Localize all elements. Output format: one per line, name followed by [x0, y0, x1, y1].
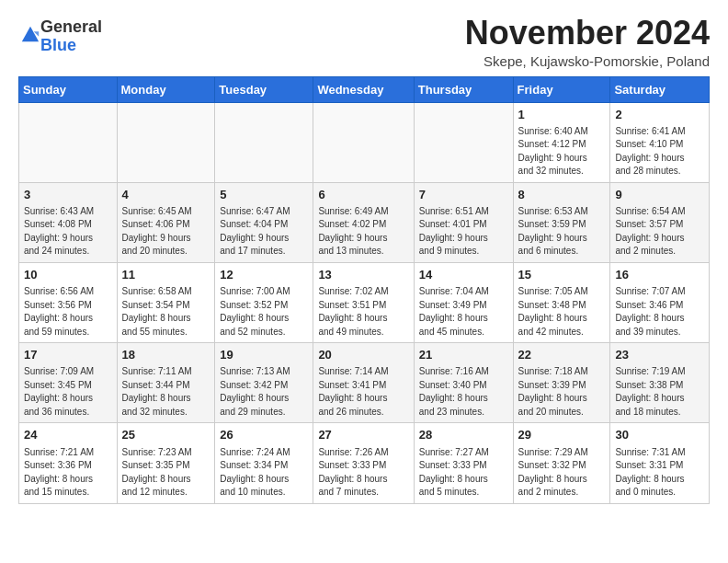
- day-number: 25: [122, 427, 210, 443]
- location: Skepe, Kujawsko-Pomorskie, Poland: [465, 53, 710, 69]
- logo-blue: Blue: [40, 36, 76, 54]
- weekday-header: Thursday: [414, 76, 513, 102]
- day-info: Sunrise: 6:41 AM Sunset: 4:10 PM Dayligh…: [615, 125, 704, 178]
- calendar-day-cell: 29Sunrise: 7:29 AM Sunset: 3:32 PM Dayli…: [513, 423, 610, 503]
- day-number: 19: [220, 347, 308, 363]
- calendar-day-cell: 17Sunrise: 7:09 AM Sunset: 3:45 PM Dayli…: [19, 343, 118, 423]
- day-number: 14: [419, 267, 508, 283]
- calendar-day-cell: 30Sunrise: 7:31 AM Sunset: 3:31 PM Dayli…: [610, 423, 710, 503]
- header: General Blue November 2024 Skepe, Kujaws…: [18, 15, 710, 69]
- page: General Blue November 2024 Skepe, Kujaws…: [0, 0, 728, 515]
- day-number: 17: [24, 347, 112, 363]
- day-number: 26: [220, 427, 308, 443]
- day-number: 2: [615, 107, 704, 123]
- day-number: 6: [318, 187, 408, 203]
- weekday-header: Saturday: [610, 76, 710, 102]
- day-number: 23: [615, 347, 704, 363]
- logo-general: General: [40, 17, 102, 36]
- calendar-day-cell: 5Sunrise: 6:47 AM Sunset: 4:04 PM Daylig…: [215, 182, 313, 262]
- day-info: Sunrise: 7:23 AM Sunset: 3:35 PM Dayligh…: [122, 446, 210, 500]
- day-info: Sunrise: 7:29 AM Sunset: 3:32 PM Dayligh…: [518, 446, 606, 500]
- day-number: 9: [615, 187, 704, 203]
- day-info: Sunrise: 6:53 AM Sunset: 3:59 PM Dayligh…: [518, 205, 606, 259]
- day-info: Sunrise: 7:07 AM Sunset: 3:46 PM Dayligh…: [615, 285, 704, 339]
- weekday-header: Monday: [117, 76, 215, 102]
- day-info: Sunrise: 7:09 AM Sunset: 3:45 PM Dayligh…: [24, 365, 112, 419]
- day-number: 21: [419, 347, 508, 363]
- day-info: Sunrise: 7:02 AM Sunset: 3:51 PM Dayligh…: [318, 285, 408, 339]
- calendar-day-cell: [313, 102, 414, 182]
- day-info: Sunrise: 6:54 AM Sunset: 3:57 PM Dayligh…: [615, 205, 704, 259]
- day-info: Sunrise: 7:19 AM Sunset: 3:38 PM Dayligh…: [615, 365, 704, 419]
- day-number: 10: [24, 267, 112, 283]
- logo-text: General Blue: [40, 18, 102, 55]
- day-info: Sunrise: 7:27 AM Sunset: 3:33 PM Dayligh…: [419, 446, 508, 500]
- calendar-day-cell: 4Sunrise: 6:45 AM Sunset: 4:06 PM Daylig…: [117, 182, 215, 262]
- calendar-day-cell: 24Sunrise: 7:21 AM Sunset: 3:36 PM Dayli…: [19, 423, 118, 503]
- calendar-day-cell: [215, 102, 313, 182]
- day-number: 3: [24, 187, 112, 203]
- calendar-day-cell: 25Sunrise: 7:23 AM Sunset: 3:35 PM Dayli…: [117, 423, 215, 503]
- calendar: SundayMondayTuesdayWednesdayThursdayFrid…: [18, 76, 710, 504]
- day-number: 1: [518, 107, 606, 123]
- title-section: November 2024 Skepe, Kujawsko-Pomorskie,…: [465, 15, 710, 69]
- calendar-day-cell: 12Sunrise: 7:00 AM Sunset: 3:52 PM Dayli…: [215, 262, 313, 342]
- day-info: Sunrise: 7:00 AM Sunset: 3:52 PM Dayligh…: [220, 285, 308, 339]
- day-number: 24: [24, 427, 112, 443]
- day-info: Sunrise: 6:51 AM Sunset: 4:01 PM Dayligh…: [419, 205, 508, 259]
- logo-icon: [20, 25, 40, 45]
- day-number: 12: [220, 267, 308, 283]
- day-info: Sunrise: 7:14 AM Sunset: 3:41 PM Dayligh…: [318, 365, 408, 419]
- day-info: Sunrise: 7:24 AM Sunset: 3:34 PM Dayligh…: [220, 446, 308, 500]
- calendar-day-cell: [19, 102, 118, 182]
- calendar-day-cell: 15Sunrise: 7:05 AM Sunset: 3:48 PM Dayli…: [513, 262, 610, 342]
- calendar-day-cell: 26Sunrise: 7:24 AM Sunset: 3:34 PM Dayli…: [215, 423, 313, 503]
- calendar-day-cell: 22Sunrise: 7:18 AM Sunset: 3:39 PM Dayli…: [513, 343, 610, 423]
- day-number: 27: [318, 427, 408, 443]
- calendar-day-cell: 2Sunrise: 6:41 AM Sunset: 4:10 PM Daylig…: [610, 102, 710, 182]
- day-number: 11: [122, 267, 210, 283]
- calendar-day-cell: 14Sunrise: 7:04 AM Sunset: 3:49 PM Dayli…: [414, 262, 513, 342]
- day-info: Sunrise: 7:11 AM Sunset: 3:44 PM Dayligh…: [122, 365, 210, 419]
- weekday-header-row: SundayMondayTuesdayWednesdayThursdayFrid…: [19, 76, 710, 102]
- calendar-day-cell: 7Sunrise: 6:51 AM Sunset: 4:01 PM Daylig…: [414, 182, 513, 262]
- calendar-day-cell: 13Sunrise: 7:02 AM Sunset: 3:51 PM Dayli…: [313, 262, 414, 342]
- logo: General Blue: [18, 18, 102, 55]
- weekday-header: Friday: [513, 76, 610, 102]
- calendar-day-cell: [414, 102, 513, 182]
- day-info: Sunrise: 7:18 AM Sunset: 3:39 PM Dayligh…: [518, 365, 606, 419]
- calendar-day-cell: 1Sunrise: 6:40 AM Sunset: 4:12 PM Daylig…: [513, 102, 610, 182]
- day-info: Sunrise: 7:31 AM Sunset: 3:31 PM Dayligh…: [615, 446, 704, 500]
- calendar-week-row: 3Sunrise: 6:43 AM Sunset: 4:08 PM Daylig…: [19, 182, 710, 262]
- calendar-week-row: 10Sunrise: 6:56 AM Sunset: 3:56 PM Dayli…: [19, 262, 710, 342]
- calendar-day-cell: 18Sunrise: 7:11 AM Sunset: 3:44 PM Dayli…: [117, 343, 215, 423]
- day-info: Sunrise: 6:56 AM Sunset: 3:56 PM Dayligh…: [24, 285, 112, 339]
- calendar-week-row: 17Sunrise: 7:09 AM Sunset: 3:45 PM Dayli…: [19, 343, 710, 423]
- weekday-header: Tuesday: [215, 76, 313, 102]
- day-number: 4: [122, 187, 210, 203]
- day-number: 16: [615, 267, 704, 283]
- calendar-day-cell: 27Sunrise: 7:26 AM Sunset: 3:33 PM Dayli…: [313, 423, 414, 503]
- day-info: Sunrise: 6:45 AM Sunset: 4:06 PM Dayligh…: [122, 205, 210, 259]
- weekday-header: Sunday: [19, 76, 118, 102]
- day-number: 5: [220, 187, 308, 203]
- day-info: Sunrise: 7:05 AM Sunset: 3:48 PM Dayligh…: [518, 285, 606, 339]
- day-info: Sunrise: 7:16 AM Sunset: 3:40 PM Dayligh…: [419, 365, 508, 419]
- day-info: Sunrise: 6:49 AM Sunset: 4:02 PM Dayligh…: [318, 205, 408, 259]
- calendar-day-cell: 9Sunrise: 6:54 AM Sunset: 3:57 PM Daylig…: [610, 182, 710, 262]
- calendar-day-cell: 23Sunrise: 7:19 AM Sunset: 3:38 PM Dayli…: [610, 343, 710, 423]
- day-number: 18: [122, 347, 210, 363]
- svg-marker-0: [22, 27, 39, 42]
- day-number: 13: [318, 267, 408, 283]
- day-info: Sunrise: 7:13 AM Sunset: 3:42 PM Dayligh…: [220, 365, 308, 419]
- day-info: Sunrise: 6:58 AM Sunset: 3:54 PM Dayligh…: [122, 285, 210, 339]
- day-info: Sunrise: 6:43 AM Sunset: 4:08 PM Dayligh…: [24, 205, 112, 259]
- day-info: Sunrise: 7:21 AM Sunset: 3:36 PM Dayligh…: [24, 446, 112, 500]
- calendar-week-row: 24Sunrise: 7:21 AM Sunset: 3:36 PM Dayli…: [19, 423, 710, 503]
- calendar-day-cell: [117, 102, 215, 182]
- calendar-day-cell: 10Sunrise: 6:56 AM Sunset: 3:56 PM Dayli…: [19, 262, 118, 342]
- day-info: Sunrise: 7:26 AM Sunset: 3:33 PM Dayligh…: [318, 446, 408, 500]
- calendar-day-cell: 16Sunrise: 7:07 AM Sunset: 3:46 PM Dayli…: [610, 262, 710, 342]
- day-info: Sunrise: 7:04 AM Sunset: 3:49 PM Dayligh…: [419, 285, 508, 339]
- day-number: 15: [518, 267, 606, 283]
